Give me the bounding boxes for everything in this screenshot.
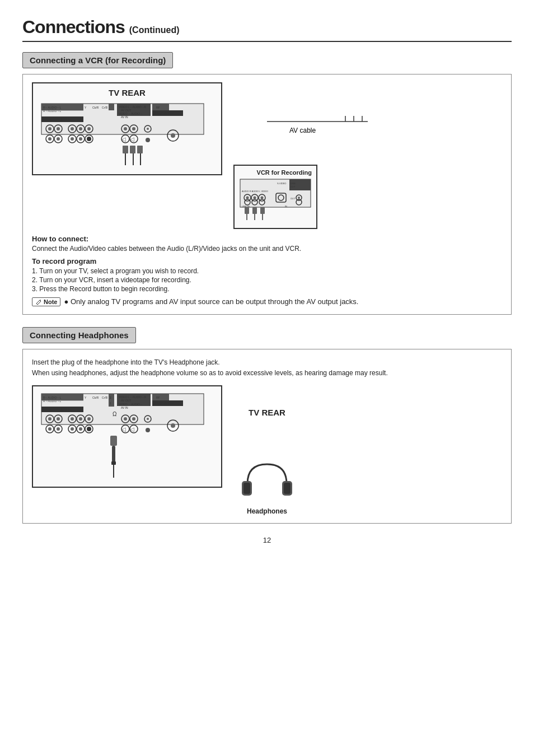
page-title-main: Connections <box>22 17 125 38</box>
svg-text:COMPONENT IN: COMPONENT IN <box>49 408 71 411</box>
tv-rear-box-vcr: TV REAR R←AUDIO←L R→AUDIO→L COMPONENT IN… <box>32 82 222 175</box>
vcr-diagram-area: TV REAR R←AUDIO←L R→AUDIO→L COMPONENT IN… <box>32 82 502 229</box>
svg-point-141 <box>79 427 82 431</box>
svg-point-148 <box>146 428 150 432</box>
how-to-connect-text: Connect the Audio/Video cables between t… <box>32 245 502 253</box>
svg-text:AV IN: AV IN <box>121 406 128 409</box>
svg-point-121 <box>57 417 60 421</box>
svg-point-34 <box>132 127 135 130</box>
svg-point-53 <box>171 133 175 138</box>
svg-point-133 <box>147 418 149 420</box>
to-record-heading: To record program <box>32 257 502 265</box>
svg-rect-56 <box>137 146 143 153</box>
svg-rect-66 <box>289 179 311 190</box>
svg-point-125 <box>79 417 82 421</box>
svg-point-28 <box>79 127 82 130</box>
svg-rect-151 <box>110 436 117 446</box>
hp-tv-rear-svg: R←AUDIO←L R→AUDIO→L COMPONENT IN Y Cb/R … <box>39 391 207 480</box>
svg-text:AUDIO R  AUDIO L  VIDEO: AUDIO R AUDIO L VIDEO <box>242 190 268 193</box>
svg-point-127 <box>87 417 91 421</box>
vcr-section-header: Connecting a VCR (for Recording) <box>22 52 173 68</box>
svg-point-143 <box>87 427 91 431</box>
svg-rect-4 <box>41 110 83 111</box>
vcr-box: VCR for Recording LINE OUT S-VIDEO AUDIO… <box>233 165 317 229</box>
svg-point-51 <box>146 138 150 142</box>
svg-point-137 <box>57 427 60 431</box>
svg-point-139 <box>71 427 74 431</box>
svg-point-32 <box>124 127 127 130</box>
svg-rect-158 <box>284 483 291 494</box>
svg-text:1: 1 <box>110 402 111 405</box>
vcr-svg: LINE OUT S-VIDEO AUDIO R AUDIO L VIDEO <box>239 178 312 223</box>
note-icon <box>35 298 42 305</box>
tv-rear-label-vcr: TV REAR <box>39 88 216 97</box>
svg-point-22 <box>48 127 51 130</box>
svg-text:S-VIDEO: S-VIDEO <box>277 182 286 185</box>
headphones-section-header: Connecting Headphones <box>22 327 136 343</box>
svg-text:Ω: Ω <box>113 411 117 417</box>
svg-text:OUT: OUT <box>291 197 296 200</box>
hp-diagram-area: R←AUDIO←L R→AUDIO→L COMPONENT IN Y Cb/R … <box>32 385 502 515</box>
note-text: ● Only analog TV programs and AV input s… <box>64 297 358 306</box>
svg-point-81 <box>298 197 300 199</box>
svg-text:AV IN: AV IN <box>121 115 128 119</box>
vcr-label: VCR for Recording <box>239 169 312 176</box>
svg-point-30 <box>87 127 91 130</box>
svg-text:OUT: OUT <box>291 185 296 188</box>
svg-rect-89 <box>252 207 257 214</box>
svg-point-36 <box>147 128 149 130</box>
to-record-step-1: 1. Turn on your TV, select a program you… <box>32 267 502 275</box>
svg-text:2: 2 <box>110 396 111 399</box>
svg-rect-17 <box>152 104 169 110</box>
svg-text:◁: ◁ <box>130 136 134 142</box>
svg-point-40 <box>57 137 60 141</box>
svg-rect-11 <box>109 104 114 110</box>
headphone-intro-line2: When using headphones, adjust the headph… <box>32 368 502 379</box>
tv-rear-right-label: TV REAR <box>249 408 285 417</box>
note-text-content: Only analog TV programs and AV input sou… <box>71 297 359 306</box>
svg-point-74 <box>254 197 256 199</box>
how-to-connect-heading: How to connect: <box>32 235 502 243</box>
svg-rect-113 <box>152 394 169 400</box>
tv-rear-svg-vcr: R←AUDIO←L R→AUDIO→L COMPONENT IN Y Cb/R … <box>39 101 207 168</box>
page-number: 12 <box>22 536 512 544</box>
headphone-intro-line1: Insert the plug of the headphone into th… <box>32 357 502 368</box>
note-box: Note ● Only analog TV programs and AV in… <box>32 297 502 306</box>
svg-text:IN: IN <box>285 205 287 208</box>
svg-text:Cb/R: Cb/R <box>92 106 99 109</box>
svg-point-44 <box>79 137 82 141</box>
svg-text:Cr/B: Cr/B <box>102 106 108 109</box>
vcr-cable-area: AV cable VCR for Recording LINE OUT <box>233 82 502 229</box>
svg-point-135 <box>48 427 51 431</box>
svg-point-26 <box>71 127 74 130</box>
svg-text:◁: ◁ <box>130 426 134 432</box>
page-title-sub: (Continued) <box>129 25 180 35</box>
svg-point-150 <box>171 423 175 428</box>
svg-text:Cb/R: Cb/R <box>92 396 99 399</box>
to-record: To record program 1. Turn on your TV, se… <box>32 257 502 293</box>
svg-text:◁: ◁ <box>121 426 126 432</box>
to-record-step-2: 2. Turn on your VCR, insert a videotape … <box>32 276 502 284</box>
svg-rect-90 <box>260 207 265 214</box>
headphone-intro: Insert the plug of the headphone into th… <box>32 357 502 379</box>
svg-point-42 <box>71 137 74 141</box>
headphones-label: Headphones <box>239 507 295 515</box>
svg-text:Cr/B: Cr/B <box>102 396 108 399</box>
svg-point-24 <box>57 127 60 130</box>
to-record-steps-list: 1. Turn on your TV, select a program you… <box>32 267 502 293</box>
svg-text:◁: ◁ <box>121 136 126 142</box>
svg-text:AV OUT: AV OUT <box>121 399 131 402</box>
svg-rect-54 <box>123 146 128 153</box>
cable-svg: AV cable <box>267 116 379 161</box>
note-label: Note <box>32 297 60 306</box>
svg-text:RS-232  S/PDIF: RS-232 S/PDIF <box>154 111 173 115</box>
vcr-section-box: TV REAR R←AUDIO←L R→AUDIO→L COMPONENT IN… <box>22 74 512 315</box>
svg-rect-157 <box>243 483 250 494</box>
hp-right: TV REAR Headphones <box>239 385 295 515</box>
svg-point-38 <box>48 137 51 141</box>
headphones-icon <box>239 459 295 503</box>
svg-text:LINE: LINE <box>291 182 296 185</box>
hp-tv-box: R←AUDIO←L R→AUDIO→L COMPONENT IN Y Cb/R … <box>32 385 222 488</box>
svg-rect-88 <box>245 207 249 214</box>
how-to-connect: How to connect: Connect the Audio/Video … <box>32 235 502 253</box>
